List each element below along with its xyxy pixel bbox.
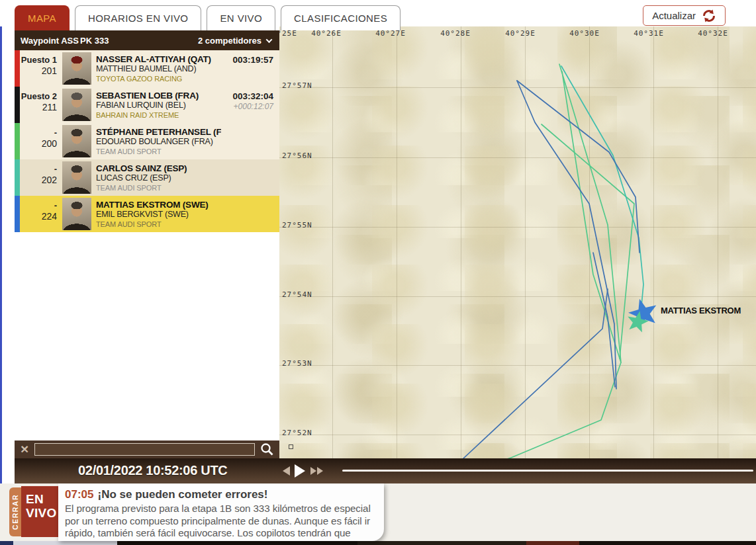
competitor-row-202[interactable]: -202 CARLOS SAINZ (ESP) LUCAS CRUZ (ESP)… bbox=[15, 159, 279, 196]
competitor-star-marker[interactable] bbox=[626, 295, 661, 329]
marker-label: MATTIAS EKSTROM bbox=[661, 306, 741, 315]
competitor-row-224-selected[interactable]: -224 MATTIAS EKSTROM (SWE) EMIL BERGKVIS… bbox=[15, 196, 279, 232]
window-left-border bbox=[0, 0, 2, 541]
codriver-name: MATTHIEU BAUMEL (AND) bbox=[96, 64, 221, 74]
position-label: - bbox=[20, 200, 57, 210]
map-gridline-v bbox=[589, 26, 590, 458]
driver-photo bbox=[62, 89, 91, 121]
row-color-bar bbox=[15, 196, 20, 232]
driver-photo bbox=[62, 161, 91, 194]
lon-tick: 40°28E bbox=[440, 29, 471, 38]
news-title: ¡No se pueden cometer errores! bbox=[97, 488, 267, 501]
row-color-bar bbox=[15, 123, 20, 159]
car-number: 224 bbox=[20, 210, 57, 223]
pk-label: PK 333 bbox=[80, 36, 120, 46]
bottom-strip bbox=[0, 541, 13, 545]
refresh-button-label: Actualizar bbox=[652, 10, 696, 21]
driver-name: CARLOS SAINZ (ESP) bbox=[96, 163, 221, 173]
refresh-button[interactable]: Actualizar bbox=[643, 5, 726, 26]
car-number: 200 bbox=[20, 138, 57, 150]
driver-name: SEBASTIEN LOEB (FRA) bbox=[96, 91, 221, 101]
map-gridline-h bbox=[279, 296, 756, 297]
timeline-bar: 02/01/2022 10:52:06 UTC bbox=[15, 458, 756, 483]
map-gridline-v bbox=[718, 26, 718, 458]
cerrar-button[interactable]: CERRAR bbox=[9, 487, 21, 536]
tab-clasificaciones[interactable]: CLASIFICACIONES bbox=[281, 5, 401, 30]
map-gridline-v bbox=[332, 26, 333, 458]
driver-name: STÉPHANE PETERHANSEL (FRA) bbox=[96, 127, 221, 137]
competitor-list: Puesto 1201 NASSER AL-ATTIYAH (QAT) MATT… bbox=[15, 50, 279, 232]
elapsed-time: 003:19:57 bbox=[221, 55, 273, 65]
map-search-bar: × bbox=[15, 440, 279, 458]
lon-tick: 40°32E bbox=[698, 29, 728, 38]
playback-controls bbox=[283, 458, 323, 483]
tab-horarios-en-vivo[interactable]: HORARIOS EN VIVO bbox=[75, 5, 201, 30]
waypoint-header-bar: Waypoint ASS PK 333 2 competidores bbox=[15, 30, 279, 50]
fast-forward-button[interactable] bbox=[310, 467, 323, 475]
map-gridline-h bbox=[279, 435, 756, 435]
team-name: TOYOTA GAZOO RACING bbox=[96, 74, 221, 83]
bottom-strip bbox=[13, 541, 117, 545]
map-gridline-v bbox=[461, 26, 461, 458]
map-gridline-h bbox=[279, 87, 756, 88]
news-title-row: 07:05¡No se pueden cometer errores! bbox=[65, 488, 376, 501]
en-vivo-badge: EN VIVO bbox=[21, 486, 58, 537]
bottom-scrollbar[interactable] bbox=[117, 541, 357, 545]
lon-tick: 40°29E bbox=[505, 29, 536, 38]
bottom-strip bbox=[357, 541, 526, 545]
lat-tick: 27°57N bbox=[282, 81, 312, 90]
search-input[interactable] bbox=[34, 443, 255, 456]
competitor-row-201[interactable]: Puesto 1201 NASSER AL-ATTIYAH (QAT) MATT… bbox=[15, 50, 279, 87]
row-color-bar bbox=[15, 87, 20, 123]
team-name: TEAM AUDI SPORT bbox=[96, 220, 221, 229]
row-color-bar bbox=[15, 159, 20, 196]
team-name: BAHRAIN RAID XTREME bbox=[96, 110, 221, 120]
map-canvas[interactable]: 40°25E 40°26E 40°27E 40°28E 40°29E 40°30… bbox=[279, 26, 756, 458]
competitor-row-211[interactable]: Puesto 2211 SEBASTIEN LOEB (FRA) FABIAN … bbox=[15, 87, 279, 123]
bottom-strip bbox=[526, 541, 579, 545]
refresh-icon bbox=[702, 9, 716, 23]
lat-tick: 27°52N bbox=[282, 429, 312, 437]
tab-mapa[interactable]: MAPA bbox=[15, 5, 70, 30]
driver-name: NASSER AL-ATTIYAH (QAT) bbox=[96, 54, 221, 64]
lon-tick: 40°30E bbox=[569, 29, 600, 38]
position-label: - bbox=[20, 128, 57, 138]
close-icon[interactable]: × bbox=[21, 442, 28, 456]
driver-photo bbox=[62, 198, 91, 230]
driver-photo bbox=[62, 125, 91, 157]
position-label: Puesto 2 bbox=[20, 91, 57, 101]
waypoint-label: Waypoint ASS bbox=[15, 36, 80, 46]
competitor-row-200[interactable]: -200 STÉPHANE PETERHANSEL (FRA) EDOUARD … bbox=[15, 123, 279, 159]
tab-en-vivo[interactable]: EN VIVO bbox=[207, 5, 275, 30]
competitors-dropdown[interactable]: 2 competidores bbox=[198, 36, 279, 46]
cerrar-label: CERRAR bbox=[11, 494, 19, 530]
map-gridline-v bbox=[525, 26, 526, 458]
map-gridline-h bbox=[279, 365, 756, 366]
time-gap: +000:12:07 bbox=[221, 101, 273, 112]
elapsed-time: 003:32:04 bbox=[221, 91, 273, 101]
chevron-down-icon bbox=[266, 36, 273, 43]
timeline-scrubber[interactable] bbox=[342, 470, 753, 472]
driver-photo bbox=[62, 52, 91, 85]
track-lines bbox=[279, 26, 756, 458]
position-label: Puesto 1 bbox=[20, 55, 57, 65]
map-gridline-v bbox=[653, 26, 654, 458]
car-number: 201 bbox=[20, 65, 57, 77]
team-name: TEAM AUDI SPORT bbox=[96, 183, 221, 192]
tab-bar: MAPA HORARIOS EN VIVO EN VIVO CLASIFICAC… bbox=[15, 5, 401, 30]
search-icon[interactable] bbox=[260, 442, 274, 456]
timestamp: 02/01/2022 10:52:06 UTC bbox=[78, 463, 227, 478]
codriver-name: LUCAS CRUZ (ESP) bbox=[96, 173, 221, 183]
competitor-star-marker-overlay bbox=[625, 309, 650, 333]
map-gridline-h bbox=[279, 157, 756, 158]
codriver-name: EDOUARD BOULANGER (FRA) bbox=[96, 137, 221, 147]
driver-name: MATTIAS EKSTROM (SWE) bbox=[96, 200, 221, 210]
lat-tick: 27°54N bbox=[282, 290, 312, 299]
rewind-button[interactable] bbox=[283, 466, 290, 476]
map-gridline-v bbox=[397, 26, 397, 458]
news-body: El programa previsto para la etapa 1B so… bbox=[65, 503, 376, 541]
competitors-count-label: 2 competidores bbox=[198, 36, 261, 46]
lat-tick: 27°56N bbox=[282, 151, 312, 160]
play-button[interactable] bbox=[295, 464, 305, 478]
app-window: 40°25E 40°26E 40°27E 40°28E 40°29E 40°30… bbox=[0, 0, 756, 545]
